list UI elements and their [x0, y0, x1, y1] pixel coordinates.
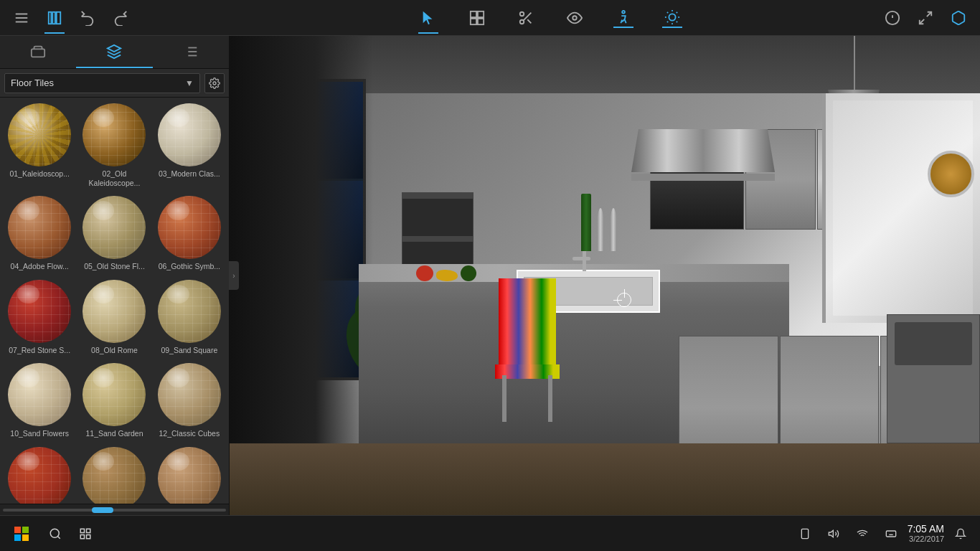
taskbar: 7:05 AM 3/22/2017 [0, 515, 980, 551]
windows-logo [14, 527, 29, 541]
material-item-2[interactable]: 02_Old Kaleidoscope... [77, 100, 151, 192]
material-item-10[interactable]: 10_Sand Flowers [3, 360, 76, 443]
library-icon[interactable] [44, 8, 65, 28]
panel-collapse-button[interactable]: › [229, 261, 239, 290]
sun-tool-icon[interactable] [662, 8, 682, 28]
svg-line-20 [667, 11, 668, 12]
top-toolbar [0, 0, 980, 36]
task-view-button[interactable] [75, 523, 96, 545]
svg-line-14 [527, 19, 531, 23]
material-item-6[interactable]: 06_Gothic Symb... [153, 193, 226, 276]
menu-icon[interactable] [11, 8, 32, 28]
material-sphere-1 [8, 103, 71, 166]
material-sphere-6 [158, 196, 221, 259]
eye-tool-icon[interactable] [565, 8, 585, 28]
taskbar-clock[interactable]: 7:05 AM 3/22/2017 [908, 523, 944, 545]
undo-icon[interactable] [77, 8, 98, 28]
redo-icon[interactable] [110, 8, 131, 28]
cursor-tool-icon[interactable] [418, 8, 438, 28]
svg-rect-31 [32, 49, 44, 57]
maximize-icon[interactable] [915, 8, 936, 28]
material-sphere-4 [8, 196, 71, 259]
category-dropdown[interactable]: Floor Tiles ▼ [4, 73, 200, 93]
material-label-10: 10_Sand Flowers [10, 429, 69, 438]
material-item-13[interactable]: 13_Classic Ashlar [3, 444, 76, 504]
material-sphere-12 [158, 363, 221, 426]
tab-list[interactable] [153, 36, 229, 68]
settings-button[interactable] [204, 73, 225, 93]
category-label: Floor Tiles [11, 77, 54, 88]
material-sphere-2 [83, 103, 146, 166]
material-item-7[interactable]: 07_Red Stone S... [3, 277, 76, 359]
svg-rect-10 [478, 18, 484, 24]
material-item-15[interactable]: 15_Classic Old C... [153, 444, 226, 504]
scene-pendant-light [854, 36, 855, 93]
walk-tool-icon[interactable] [613, 8, 633, 28]
svg-rect-9 [471, 18, 476, 24]
3d-viewport[interactable] [230, 36, 980, 515]
start-button[interactable] [7, 519, 36, 548]
scene-range-hood [631, 129, 775, 194]
scrollbar-track[interactable] [3, 509, 226, 512]
clock-date: 3/22/2017 [908, 534, 944, 544]
material-sphere-8 [83, 280, 146, 343]
keyboard-icon[interactable] [880, 523, 902, 545]
info-icon[interactable] [882, 8, 903, 28]
material-item-14[interactable]: 14_Sand Classic [77, 444, 151, 504]
toolbar-right [871, 8, 980, 28]
svg-line-21 [677, 21, 677, 22]
svg-line-25 [677, 11, 677, 12]
material-sphere-15 [158, 447, 221, 504]
scene-chair [495, 278, 567, 422]
network-icon[interactable] [852, 523, 873, 545]
taskbar-left [0, 519, 143, 548]
material-sphere-3 [158, 103, 221, 166]
svg-rect-7 [471, 11, 476, 17]
material-item-8[interactable]: 08_Old Rome [77, 277, 151, 359]
volume-icon[interactable] [823, 523, 844, 545]
clock-time: 7:05 AM [908, 523, 944, 535]
svg-rect-4 [52, 11, 55, 24]
svg-point-17 [669, 14, 675, 20]
material-sphere-14 [83, 447, 146, 504]
panel-tabs [0, 36, 229, 69]
material-item-4[interactable]: 04_Adobe Flow... [3, 193, 76, 276]
material-item-12[interactable]: 12_Classic Cubes [153, 360, 226, 443]
tab-furniture[interactable] [0, 36, 76, 68]
material-label-9: 09_Sand Square [161, 346, 217, 355]
tab-materials[interactable] [76, 36, 152, 68]
material-item-5[interactable]: 05_Old Stone Fl... [77, 193, 151, 276]
chair-leg [548, 375, 552, 422]
panel-scrollbar[interactable] [0, 504, 229, 515]
material-label-8: 08_Old Rome [91, 346, 138, 355]
material-sphere-5 [83, 196, 146, 259]
svg-point-12 [520, 19, 524, 24]
svg-line-30 [920, 19, 924, 23]
cube3d-icon[interactable] [948, 8, 969, 28]
left-panel: Floor Tiles ▼ 01_Kaleidoscop...02_Old Ka… [0, 36, 230, 515]
layout-tool-icon[interactable] [467, 8, 487, 28]
category-bar: Floor Tiles ▼ [0, 69, 229, 98]
material-item-9[interactable]: 09_Sand Square [153, 277, 226, 359]
material-item-3[interactable]: 03_Modern Clas... [153, 100, 226, 192]
material-label-7: 07_Red Stone S... [9, 346, 70, 355]
svg-point-41 [50, 529, 59, 537]
material-item-11[interactable]: 11_Sand Garden [77, 360, 151, 443]
scrollbar-thumb[interactable] [92, 507, 113, 513]
material-sphere-10 [8, 363, 71, 426]
svg-point-40 [213, 82, 216, 85]
tablet-mode-icon[interactable] [794, 523, 816, 545]
material-sphere-7 [8, 280, 71, 343]
taskbar-right: 7:05 AM 3/22/2017 [786, 523, 980, 545]
notification-icons [794, 523, 902, 545]
svg-marker-6 [423, 11, 433, 24]
scene-right-window [822, 93, 980, 323]
scissors-tool-icon[interactable] [516, 8, 536, 28]
scene-fruits [416, 265, 476, 281]
material-item-1[interactable]: 01_Kaleidoscop... [3, 100, 76, 192]
material-label-3: 03_Modern Clas... [159, 169, 220, 179]
action-center-icon[interactable] [950, 523, 971, 545]
toolbar-left [0, 8, 230, 28]
material-label-2: 02_Old Kaleidoscope... [81, 169, 147, 187]
search-button[interactable] [44, 523, 66, 545]
